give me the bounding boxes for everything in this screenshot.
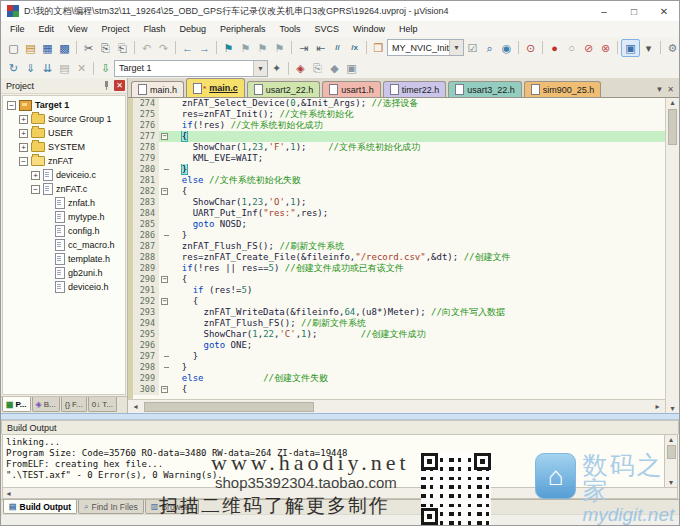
toggle-breakpoint-icon[interactable]: ● <box>546 40 563 56</box>
fold-margin[interactable]: − <box>159 384 171 395</box>
clear-all-bookmarks-icon[interactable]: ⚑ <box>271 40 288 56</box>
menu-tools[interactable]: Tools <box>272 21 307 37</box>
tree-item-mytype-h[interactable]: mytype.h <box>3 210 125 224</box>
browse-symbols-icon[interactable]: ◉ <box>498 40 515 56</box>
fold-margin[interactable]: − <box>159 296 171 307</box>
fold-margin[interactable]: − <box>159 186 171 197</box>
menu-window[interactable]: Window <box>346 21 392 37</box>
line-number[interactable]: 282 <box>133 186 159 197</box>
menu-edit[interactable]: Edit <box>32 21 62 37</box>
line-number[interactable]: 295 <box>133 329 159 340</box>
line-number[interactable]: 296 <box>133 340 159 351</box>
target-select-combo[interactable]: Target 1 ▼ <box>114 60 268 77</box>
open-book-icon[interactable]: ❒ <box>370 40 387 56</box>
indent-icon[interactable]: ⇥ <box>295 40 312 56</box>
line-number[interactable]: 294 <box>133 318 159 329</box>
save-icon[interactable]: ▦ <box>39 40 56 56</box>
prev-bookmark-icon[interactable]: ⚑ <box>254 40 271 56</box>
line-number[interactable]: 287 <box>133 241 159 252</box>
tree-item-user[interactable]: +USER <box>3 126 125 140</box>
project-close-icon[interactable]: ✕ <box>114 80 125 91</box>
expander-icon[interactable]: + <box>19 143 28 152</box>
build-icon[interactable]: ⇓ <box>22 60 39 76</box>
expander-icon[interactable]: − <box>31 185 40 194</box>
editor-tab-sim900_25-h[interactable]: sim900_25.h <box>524 81 602 97</box>
fold-collapse-icon[interactable]: − <box>161 188 168 195</box>
scroll-right-icon[interactable]: ▸ <box>652 402 663 411</box>
expander-icon[interactable]: − <box>19 157 28 166</box>
chevron-down-icon[interactable]: ▼ <box>253 61 267 76</box>
tree-item-gb2uni-h[interactable]: gb2uni.h <box>3 266 125 280</box>
line-number[interactable]: 288 <box>133 252 159 263</box>
line-number[interactable]: 291 <box>133 285 159 296</box>
undo-icon[interactable]: ↶ <box>138 40 155 56</box>
expander-icon[interactable]: + <box>31 171 40 180</box>
line-number[interactable]: 277 <box>133 131 159 142</box>
menu-svcs[interactable]: SVCS <box>308 21 347 37</box>
line-number[interactable]: 281 <box>133 175 159 186</box>
menu-view[interactable]: View <box>61 21 94 37</box>
manage-components-icon[interactable]: ⎘ <box>309 60 326 76</box>
dock-tab-browser[interactable]: ▥Browser <box>145 500 199 514</box>
fold-collapse-icon[interactable]: − <box>161 298 168 305</box>
pin-icon[interactable] <box>102 81 111 90</box>
scroll-left-icon[interactable]: ◂ <box>3 489 14 498</box>
maximize-button[interactable]: □ <box>619 1 649 21</box>
tree-item-target-1[interactable]: −Target 1 <box>3 98 125 112</box>
line-number[interactable]: 298 <box>133 362 159 373</box>
tree-item-source-group-1[interactable]: +Source Group 1 <box>3 112 125 126</box>
debug-windows-icon[interactable]: ▣ <box>621 39 640 57</box>
menu-debug[interactable]: Debug <box>172 21 213 37</box>
build-output-text[interactable]: linking... Program Size: Code=35760 RO-d… <box>2 434 665 488</box>
unindent-icon[interactable]: ⇤ <box>312 40 329 56</box>
fold-collapse-icon[interactable]: − <box>161 276 168 283</box>
scroll-left-icon[interactable]: ◂ <box>130 402 141 411</box>
scroll-up-icon[interactable]: ▴ <box>666 435 677 444</box>
line-number[interactable]: 300 <box>133 384 159 395</box>
navigate-back-icon[interactable]: ← <box>179 40 196 56</box>
line-number[interactable]: 297 <box>133 351 159 362</box>
open-file-icon[interactable]: ▤ <box>22 40 39 56</box>
line-number[interactable]: 279 <box>133 153 159 164</box>
fold-margin[interactable]: − <box>159 274 171 285</box>
paste-icon[interactable]: ⎗ <box>114 40 131 56</box>
build-horizontal-scrollbar[interactable]: ◂ <box>2 488 678 499</box>
find-in-files-icon[interactable]: ⌕ <box>481 40 498 56</box>
kill-all-breakpoints-icon[interactable]: ⊗ <box>597 40 614 56</box>
line-number[interactable]: 292 <box>133 296 159 307</box>
vscroll-thumb[interactable] <box>668 109 677 145</box>
configure-icon[interactable]: ⚙ <box>664 40 680 56</box>
batch-build-icon[interactable]: ▤ <box>56 60 73 76</box>
tree-item-config-h[interactable]: config.h <box>3 224 125 238</box>
dock-tab-find-in-files[interactable]: ⌕Find In Files <box>78 500 144 514</box>
hscroll-track[interactable] <box>141 402 652 412</box>
tab-list-dropdown-icon[interactable]: ▼ <box>655 85 663 94</box>
translate-icon[interactable]: ↻ <box>5 60 22 76</box>
editor-tab-usart3_22-h[interactable]: usart3_22.h <box>448 81 522 97</box>
scroll-down-icon[interactable]: ▾ <box>667 404 678 413</box>
build-vscroll-thumb[interactable] <box>667 445 676 459</box>
line-number[interactable]: 275 <box>133 109 159 120</box>
line-number[interactable]: 290 <box>133 274 159 285</box>
tree-item-system[interactable]: +SYSTEM <box>3 140 125 154</box>
line-number[interactable]: 293 <box>133 307 159 318</box>
start-stop-debug-icon[interactable]: ◈ <box>292 60 309 76</box>
save-all-icon[interactable]: ▩ <box>56 40 73 56</box>
rebuild-all-icon[interactable]: ⇊ <box>39 60 56 76</box>
find-icon[interactable]: ⊙ <box>522 40 539 56</box>
disable-all-breakpoints-icon[interactable]: ⊘ <box>580 40 597 56</box>
verify-icon[interactable]: ☑ <box>464 40 481 56</box>
editor-tab-timer22-h[interactable]: timer22.h <box>383 81 447 97</box>
comment-selection-icon[interactable]: // <box>329 40 346 56</box>
expander-icon[interactable]: + <box>19 129 28 138</box>
scroll-down-icon[interactable]: ▾ <box>666 478 677 487</box>
code-view[interactable]: 274 znFAT_Select_Device(0,&Init_Args); /… <box>128 98 665 399</box>
menu-flash[interactable]: Flash <box>136 21 172 37</box>
tree-item-deviceio-c[interactable]: +deviceio.c <box>3 168 125 182</box>
expander-icon[interactable]: − <box>7 101 16 110</box>
redo-icon[interactable]: ↷ <box>155 40 172 56</box>
tree-item-znfat-c[interactable]: −znFAT.c <box>3 182 125 196</box>
minimize-button[interactable]: – <box>589 1 619 21</box>
cut-icon[interactable]: ✂ <box>80 40 97 56</box>
line-number[interactable]: 284 <box>133 208 159 219</box>
